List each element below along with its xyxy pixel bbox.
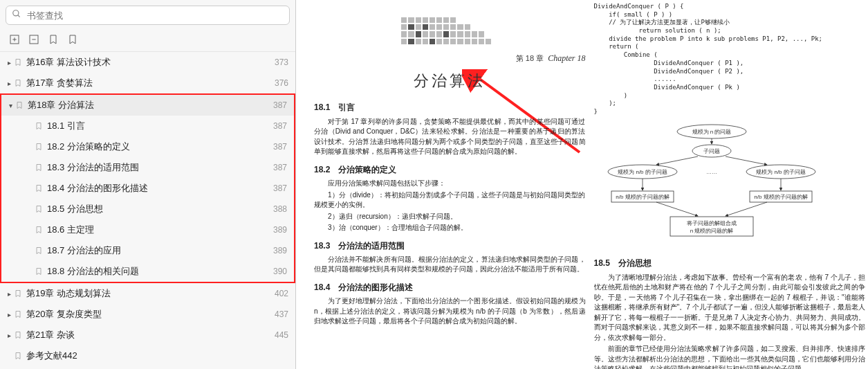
svg-point-0 (13, 10, 19, 16)
svg-text:……: …… (706, 169, 717, 175)
outline-page: 388 (273, 204, 287, 214)
outline-item[interactable]: 18.4 分治法的图形化描述387 (1, 178, 294, 199)
outline-item[interactable]: ▸第19章 动态规划算法402 (0, 283, 295, 304)
chevron-icon[interactable]: ▸ (4, 59, 14, 66)
outline-item[interactable]: ▸第21章 杂谈445 (0, 325, 295, 345)
outline-label: 第20章 复杂度类型 (26, 308, 270, 321)
body-text: 为了清晰地理解分治法，考虑如下故事。曾经有一个富有的老农，他有 7 个儿子，担忧… (594, 273, 866, 343)
bookmark-icon (14, 309, 22, 319)
svg-line-29 (656, 202, 698, 216)
outline-page: 387 (273, 100, 287, 110)
outline-page: 389 (273, 225, 287, 235)
bookmark-icon[interactable] (47, 33, 59, 46)
bookmark-outline-icon[interactable] (66, 33, 79, 46)
body-text: 分治法并不能解决所有问题。根据分治法的定义，算法递归地求解同类型的子问题，但是其… (314, 255, 586, 275)
outline-item[interactable]: ▸第20章 复杂度类型437 (0, 304, 295, 325)
svg-line-1 (18, 15, 20, 17)
search-box[interactable] (6, 6, 290, 25)
svg-text:子问题: 子问题 (703, 148, 720, 154)
outline-item[interactable]: 18.8 分治法的相关问题390 (1, 261, 294, 282)
outline-label: 18.2 分治策略的定义 (47, 141, 269, 153)
expand-all-icon[interactable] (8, 33, 21, 46)
body-text: 2）递归（recursion）：递归求解子问题。 (314, 212, 586, 222)
chevron-icon[interactable]: ▸ (4, 80, 14, 87)
outline-label: 18.8 分治法的相关问题 (47, 265, 269, 278)
outline-label: 18.7 分治法的应用 (47, 244, 269, 257)
chevron-icon[interactable]: ▾ (6, 102, 15, 109)
outline-item[interactable]: 18.1 引言387 (1, 116, 294, 136)
section-heading: 18.2 分治策略的定义 (314, 164, 586, 176)
outline-item[interactable]: ▾第18章 分治算法387 (1, 95, 294, 116)
chapter-line: 第 18 章Chapter 18 (314, 53, 586, 64)
outline-item[interactable]: 参考文献442 (0, 345, 295, 366)
svg-text:规模为 n 的问题: 规模为 n 的问题 (692, 129, 731, 135)
bookmark-icon (14, 289, 22, 298)
body-text: 前面的章节已经使用分治法策略求解了许多问题，如二叉搜索、归并排序、快速排序等。这… (594, 344, 866, 369)
body-text: 1）分（divide）：将初始问题分割成多个子问题，这些子问题是与初始问题同类型… (314, 190, 586, 210)
section-heading: 18.5 分治思想 (594, 258, 866, 269)
chevron-icon[interactable]: ▸ (4, 290, 14, 298)
outline-page: 373 (275, 57, 288, 67)
outline-item[interactable]: 18.7 分治法的应用389 (1, 240, 294, 261)
outline-page: 390 (273, 267, 287, 276)
bookmark-icon (35, 204, 43, 214)
search-input[interactable] (27, 10, 284, 21)
svg-text:n/b 规模的子问题的解: n/b 规模的子问题的解 (754, 194, 807, 200)
bookmark-icon (14, 351, 22, 361)
search-icon (12, 9, 21, 21)
bookmark-icon (14, 330, 22, 340)
outline-label: 第17章 贪婪算法 (26, 77, 270, 89)
svg-line-25 (656, 156, 698, 165)
outline-tree[interactable]: ▸第16章 算法设计技术373▸第17章 贪婪算法376▾第18章 分治算法38… (0, 52, 295, 369)
page-left: 第 18 章Chapter 18 分治算法 18.1 引言 对于第 17 章列举… (314, 3, 586, 366)
bookmark-icon (35, 142, 43, 152)
outline-page: 402 (275, 289, 288, 298)
outline-page: 389 (273, 246, 287, 255)
outline-page: 387 (273, 142, 287, 152)
outline-page: 445 (275, 330, 288, 340)
outline-label: 18.6 主定理 (47, 224, 269, 236)
divide-conquer-diagram: 规模为 n 的问题 子问题 规模为 n/b 的子问题 规模为 n/b 的子问题 … (594, 123, 829, 241)
outline-item[interactable]: 18.2 分治策略的定义387 (1, 136, 294, 157)
chapter-pattern-icon (401, 3, 498, 44)
bookmark-icon (14, 78, 22, 88)
outline-item[interactable]: 18.6 主定理389 (1, 219, 294, 240)
document-view[interactable]: 第 18 章Chapter 18 分治算法 18.1 引言 对于第 17 章列举… (296, 0, 868, 369)
outline-label: 第19章 动态规划算法 (26, 287, 270, 300)
chevron-icon[interactable]: ▸ (4, 311, 14, 318)
bookmark-icon (35, 267, 43, 276)
outline-item[interactable]: ▸第16章 算法设计技术373 (0, 52, 295, 73)
outline-label: 第18章 分治算法 (28, 99, 269, 111)
outline-label: 参考文献442 (26, 350, 284, 362)
bookmark-icon (35, 246, 43, 255)
outline-label: 第16章 算法设计技术 (26, 56, 270, 69)
bookmark-icon (35, 163, 43, 172)
toolbar-row (0, 30, 295, 52)
outline-page: 376 (275, 78, 288, 88)
bookmark-icon (35, 121, 43, 131)
body-text: 3）治（conquer）：合理地组合子问题的解。 (314, 223, 586, 233)
collapse-all-icon[interactable] (28, 33, 40, 46)
chevron-icon[interactable]: ▸ (4, 332, 14, 339)
annotation-red-box: ▾第18章 分治算法38718.1 引言38718.2 分治策略的定义38718… (0, 93, 295, 283)
page-right: DivideAndConquer ( P ) { if( small ( P )… (594, 3, 866, 366)
body-text: 应用分治策略求解问题包括以下步骤： (314, 179, 586, 189)
outline-label: 第21章 杂谈 (26, 329, 270, 341)
svg-text:规模为 n/b 的子问题: 规模为 n/b 的子问题 (756, 169, 806, 175)
bookmark-icon (35, 225, 43, 235)
outline-item[interactable]: ▸第17章 贪婪算法376 (0, 73, 295, 93)
code-block: DivideAndConquer ( P ) { if( small ( P )… (594, 3, 866, 116)
section-heading: 18.3 分治法的适用范围 (314, 240, 586, 252)
sidebar: ▸第16章 算法设计技术373▸第17章 贪婪算法376▾第18章 分治算法38… (0, 0, 296, 369)
outline-label: 18.4 分治法的图形化描述 (47, 182, 269, 195)
outline-item[interactable]: 18.3 分治法的适用范围387 (1, 157, 294, 178)
svg-text:n/b 规模的子问题的解: n/b 规模的子问题的解 (616, 194, 669, 200)
svg-text:n 规模的问题的解: n 规模的问题的解 (690, 228, 733, 234)
outline-label: 18.1 引言 (47, 120, 269, 132)
outline-label: 18.5 分治思想 (47, 203, 269, 215)
outline-item[interactable]: 18.5 分治思想388 (1, 199, 294, 219)
body-text: 对于第 17 章列举的许多问题，贪婪策略不能提供最优解，而其中的某些问题可通过分… (314, 117, 586, 157)
outline-page: 437 (275, 309, 288, 319)
bookmark-icon (35, 183, 43, 193)
section-heading: 18.4 分治法的图形化描述 (314, 282, 586, 294)
